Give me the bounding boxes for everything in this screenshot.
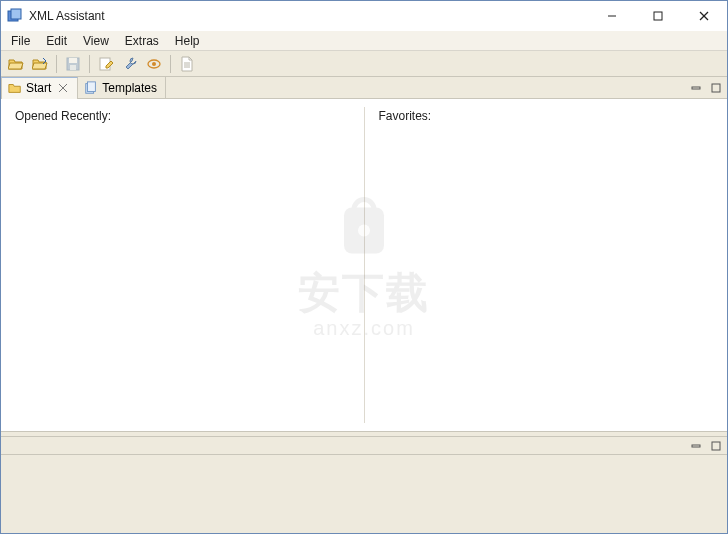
favorites-pane: Favorites: — [365, 99, 728, 431]
minimize-view-icon[interactable] — [689, 81, 703, 95]
tab-start[interactable]: Start — [1, 77, 78, 98]
app-window: XML Assistant File Edit View Extras Help — [0, 0, 728, 534]
close-button[interactable] — [681, 1, 727, 31]
tabbar-spacer — [166, 77, 685, 98]
svg-rect-19 — [692, 87, 700, 89]
templates-icon — [84, 81, 98, 95]
bottom-panel-body — [1, 455, 727, 533]
recent-heading: Opened Recently: — [15, 109, 350, 123]
svg-rect-18 — [88, 81, 96, 91]
tab-templates[interactable]: Templates — [78, 77, 166, 98]
svg-point-11 — [152, 62, 156, 66]
svg-rect-23 — [712, 442, 720, 450]
tab-templates-label: Templates — [102, 81, 157, 95]
document-icon[interactable] — [176, 53, 198, 75]
maximize-view-icon[interactable] — [709, 439, 723, 453]
svg-rect-7 — [69, 58, 77, 63]
tabbar: Start Templates — [1, 77, 727, 99]
titlebar: XML Assistant — [1, 1, 727, 31]
svg-rect-8 — [70, 65, 76, 70]
open-folder-alt-icon[interactable] — [29, 53, 51, 75]
svg-rect-22 — [692, 445, 700, 447]
menu-file[interactable]: File — [3, 32, 38, 50]
menu-help[interactable]: Help — [167, 32, 208, 50]
menu-view[interactable]: View — [75, 32, 117, 50]
bottom-tabbar-controls — [685, 437, 727, 454]
main-content: Opened Recently: Favorites: 安下载 anxz.com — [1, 99, 727, 431]
svg-rect-20 — [712, 84, 720, 92]
bottom-panel — [1, 437, 727, 533]
tabbar-controls — [685, 77, 727, 98]
save-icon — [62, 53, 84, 75]
minimize-view-icon[interactable] — [689, 439, 703, 453]
menubar: File Edit View Extras Help — [1, 31, 727, 51]
minimize-button[interactable] — [589, 1, 635, 31]
edit-page-icon[interactable] — [95, 53, 117, 75]
favorites-heading: Favorites: — [379, 109, 714, 123]
maximize-view-icon[interactable] — [709, 81, 723, 95]
wrench-icon[interactable] — [119, 53, 141, 75]
menu-extras[interactable]: Extras — [117, 32, 167, 50]
toolbar-separator — [56, 55, 57, 73]
toolbar — [1, 51, 727, 77]
menu-edit[interactable]: Edit — [38, 32, 75, 50]
maximize-button[interactable] — [635, 1, 681, 31]
close-icon[interactable] — [57, 82, 69, 94]
recent-pane: Opened Recently: — [1, 99, 364, 431]
svg-rect-1 — [11, 9, 21, 19]
tab-start-label: Start — [26, 81, 51, 95]
window-controls — [589, 1, 727, 31]
open-folder-icon[interactable] — [5, 53, 27, 75]
app-icon — [7, 8, 23, 24]
toolbar-separator — [170, 55, 171, 73]
toolbar-separator — [89, 55, 90, 73]
bottom-tabbar — [1, 437, 727, 455]
eye-icon[interactable] — [143, 53, 165, 75]
window-title: XML Assistant — [29, 9, 589, 23]
svg-rect-3 — [654, 12, 662, 20]
folder-icon — [8, 81, 22, 95]
